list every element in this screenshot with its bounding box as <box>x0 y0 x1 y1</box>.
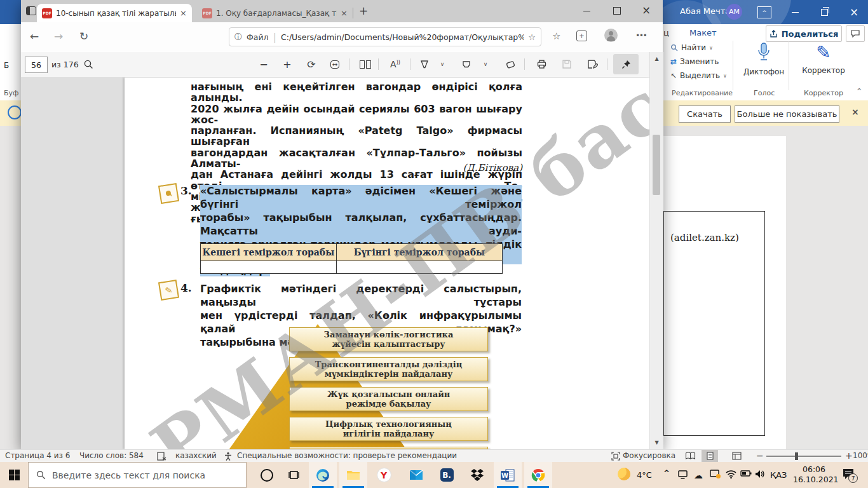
taskbar-edge-icon[interactable] <box>309 462 337 488</box>
tray-volume-icon[interactable] <box>755 470 766 478</box>
cortana-icon[interactable] <box>253 462 281 488</box>
tray-battery-icon[interactable] <box>740 470 752 477</box>
refresh-icon[interactable]: ↻ <box>79 30 88 43</box>
fit-width-icon[interactable]: ↔ <box>326 52 344 76</box>
accessibility-icon[interactable] <box>224 452 233 461</box>
message-bar-close-icon[interactable]: × <box>851 107 859 117</box>
page-count-label: из 176 <box>51 60 79 69</box>
tab-layout[interactable]: Макет <box>689 28 717 37</box>
pdf-search-icon[interactable] <box>83 59 93 69</box>
tab-inactive[interactable]: PDF 1. Оқу бағдарламасы_Қазақ тілі × <box>197 4 353 22</box>
editor-button[interactable]: ✎ Корректор <box>796 42 851 76</box>
pdf-viewer[interactable]: АРМАН-ПВ баспасы нағының ені кеңейтілген… <box>21 77 649 449</box>
dictate-button[interactable]: Диктофон <box>740 42 787 77</box>
start-button[interactable] <box>0 462 28 488</box>
pin-toolbar-icon[interactable] <box>613 54 639 74</box>
draw-options-chevron-icon[interactable]: ∨ <box>435 52 449 76</box>
tray-language[interactable]: ҚАЗ <box>770 470 787 480</box>
scroll-down-icon[interactable]: ▼ <box>650 438 663 447</box>
status-language[interactable]: казахский <box>175 451 217 460</box>
weather-moon-icon[interactable] <box>618 468 630 480</box>
print-layout-icon[interactable] <box>702 450 718 462</box>
chevron-down-icon: ∨ <box>723 73 727 79</box>
status-accessibility[interactable]: Специальные возможности: проверьте реком… <box>237 451 457 460</box>
eraser-icon[interactable] <box>501 52 519 76</box>
favorites-icon[interactable]: ☆ <box>552 30 560 42</box>
zoom-slider-track[interactable] <box>766 456 841 457</box>
status-words[interactable]: Число слов: 584 <box>79 451 144 460</box>
taskbar-explorer-icon[interactable] <box>339 462 367 488</box>
scroll-up-icon[interactable]: ▲ <box>650 54 663 64</box>
taskbar-mail-icon[interactable] <box>402 462 430 488</box>
avatar[interactable]: AM <box>726 4 742 20</box>
tab-close-icon[interactable]: × <box>341 8 348 18</box>
taskbar-vk-icon[interactable]: B. <box>433 462 461 488</box>
zoom-in-button[interactable]: + <box>845 451 853 461</box>
back-icon[interactable]: ← <box>30 30 39 43</box>
taskbar-word-icon[interactable]: W <box>494 462 522 488</box>
taskbar-search-input[interactable]: Введите здесь текст для поиска <box>28 462 247 488</box>
select-button[interactable]: ↖ Выделить∨ <box>670 71 727 80</box>
add-favorite-icon[interactable]: ☆ <box>528 32 536 42</box>
replace-button[interactable]: ⇄ Заменить <box>670 57 719 66</box>
doc-text: (adilet.zan.kz) <box>670 232 739 243</box>
read-mode-icon[interactable] <box>685 452 696 460</box>
web-layout-icon[interactable] <box>732 452 742 460</box>
scrollbar-thumb[interactable] <box>653 135 660 195</box>
tray-chevron-up-icon[interactable]: ^ <box>663 469 670 478</box>
share-button[interactable]: Поделиться <box>766 25 842 42</box>
word-close-button[interactable]: × <box>846 4 862 20</box>
collections-icon[interactable]: + <box>576 30 587 41</box>
tab-actions-menu-icon[interactable] <box>26 6 36 15</box>
status-focus[interactable]: Фокусировка <box>623 451 675 460</box>
tray-clock[interactable]: 06:06 16.10.2021 <box>793 464 835 485</box>
pdf-scrollbar[interactable]: ▲ ▼ <box>649 52 663 449</box>
tray-wifi-icon[interactable] <box>726 470 736 478</box>
taskbar-chrome-icon[interactable] <box>524 462 552 488</box>
zoom-in-icon[interactable]: + <box>278 52 296 76</box>
taskbar-dropbox-icon[interactable] <box>463 462 491 488</box>
find-button[interactable]: Найти∨ <box>670 43 713 52</box>
zoom-out-icon[interactable]: − <box>255 52 273 76</box>
page-view-icon[interactable] <box>356 52 374 76</box>
edge-minimize-button[interactable] <box>579 3 594 18</box>
taskbar-yandex-icon[interactable]: Y <box>370 462 398 488</box>
weather-temp[interactable]: 4°C <box>637 470 652 480</box>
address-bar[interactable]: ⓘ Файл | C:/Users/admin/Documents/Новый%… <box>229 27 541 46</box>
comments-button[interactable] <box>846 25 865 42</box>
settings-more-icon[interactable]: ⋯ <box>636 29 647 41</box>
tray-cast-icon[interactable] <box>677 470 688 479</box>
highlight-options-chevron-icon[interactable]: ∨ <box>478 52 492 76</box>
dont-show-again-button[interactable]: Больше не показывать <box>735 105 839 123</box>
profile-avatar-icon[interactable] <box>604 29 618 42</box>
word-table-cell[interactable]: (adilet.zan.kz) <box>663 211 765 436</box>
read-aloud-icon[interactable]: A)) <box>386 52 405 76</box>
edge-maximize-button[interactable] <box>609 3 625 18</box>
tab-close-icon[interactable]: × <box>180 8 187 18</box>
word-page[interactable]: (adilet.zan.kz) <box>658 136 786 449</box>
save-as-icon[interactable] <box>583 52 602 76</box>
tray-onedrive-icon[interactable]: ☁ <box>694 470 703 480</box>
zoom-percent[interactable]: 100% <box>853 451 864 460</box>
zoom-slider-thumb[interactable] <box>795 452 798 460</box>
notification-center-icon[interactable]: 7 <box>843 468 855 480</box>
draw-pen-icon[interactable] <box>416 52 433 76</box>
task-view-icon[interactable] <box>280 462 308 488</box>
tab-active[interactable]: PDF 10-сынып қазақ тілі жаратылыс × <box>37 4 192 22</box>
collapse-ribbon-icon[interactable]: ^ <box>857 88 862 95</box>
word-restore-button[interactable] <box>817 5 831 19</box>
highlighter-icon[interactable] <box>458 52 475 76</box>
page-info-icon[interactable]: ⓘ <box>234 32 242 43</box>
print-icon[interactable] <box>532 52 551 76</box>
download-button[interactable]: Скачать <box>679 105 731 123</box>
edge-close-button[interactable]: × <box>639 3 654 18</box>
page-number-input[interactable]: 56 <box>25 57 48 73</box>
new-tab-button[interactable]: + <box>359 4 368 17</box>
zoom-out-button[interactable]: − <box>756 451 764 461</box>
proofing-icon[interactable] <box>157 452 166 461</box>
word-minimize-button[interactable] <box>788 5 802 19</box>
ribbon-display-options-icon[interactable]: ^ <box>757 6 771 18</box>
rotate-icon[interactable]: ⟳ <box>302 52 320 76</box>
tray-display-icon[interactable] <box>710 470 721 479</box>
status-page[interactable]: Страница 4 из 6 <box>5 451 70 460</box>
